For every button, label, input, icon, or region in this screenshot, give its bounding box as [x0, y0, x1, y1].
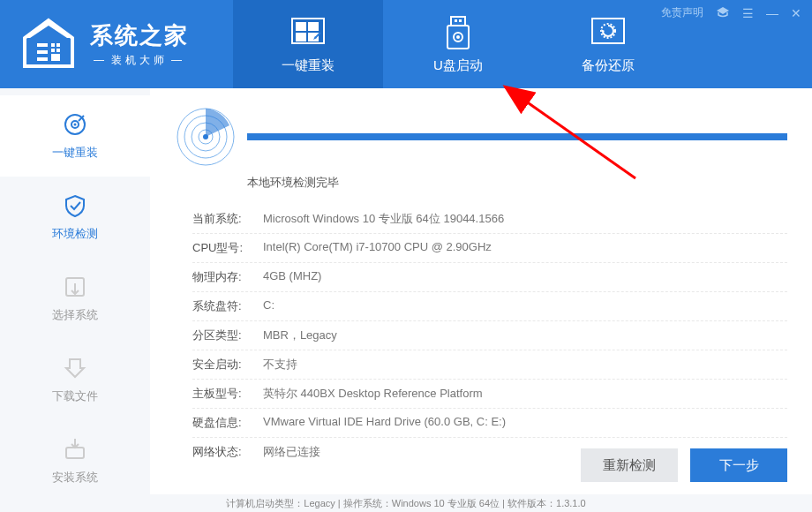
svg-rect-7 — [51, 54, 60, 61]
sidebar: 一键重装 环境检测 选择系统 下载文件 安装系统 — [0, 88, 150, 494]
minimize-icon[interactable]: — — [766, 6, 778, 20]
info-val: Intel(R) Core(TM) i7-10700 CPU @ 2.90GHz — [263, 240, 492, 256]
logo-icon — [18, 13, 79, 75]
info-val: Microsoft Windows 10 专业版 64位 19044.1566 — [263, 211, 504, 227]
info-row: 硬盘信息:VMware Virtual IDE Hard Drive (60.0… — [192, 409, 787, 438]
tab-backup-restore-label: 备份还原 — [582, 57, 635, 74]
svg-rect-15 — [455, 19, 457, 22]
info-row: 分区类型:MBR，Legacy — [192, 321, 787, 350]
svg-point-32 — [203, 134, 208, 139]
next-button[interactable]: 下一步 — [690, 448, 787, 482]
info-key: 硬盘信息: — [192, 415, 263, 431]
logo-subtitle: 装机大师 — [90, 53, 189, 68]
info-row: 当前系统:Microsoft Windows 10 专业版 64位 19044.… — [192, 205, 787, 234]
usb-icon — [440, 15, 476, 50]
tab-reinstall-label: 一键重装 — [282, 57, 335, 74]
sidebar-item-reinstall[interactable]: 一键重装 — [0, 95, 150, 177]
svg-rect-2 — [37, 57, 48, 61]
sidebar-item-select-system[interactable]: 选择系统 — [0, 258, 150, 339]
info-val: 4GB (MHZ) — [263, 269, 321, 285]
info-row: 主板型号:英特尔 440BX Desktop Reference Platfor… — [192, 380, 787, 409]
info-key: 当前系统: — [192, 211, 263, 227]
tab-reinstall[interactable]: 一键重装 — [233, 0, 383, 88]
info-key: 网络状态: — [192, 444, 263, 460]
svg-rect-5 — [51, 49, 55, 52]
header: 系统之家 装机大师 一键重装 U盘启动 备份还原 免责声明 ☰ — [0, 0, 812, 88]
info-key: 物理内存: — [192, 269, 263, 285]
select-icon — [62, 274, 88, 300]
svg-rect-6 — [56, 49, 60, 52]
svg-rect-16 — [459, 19, 462, 22]
info-row: 安全启动:不支持 — [192, 350, 787, 380]
sidebar-item-download-label: 下载文件 — [52, 388, 98, 404]
window-controls: 免责声明 ☰ — ✕ — [661, 5, 801, 20]
disclaimer-link[interactable]: 免责声明 — [661, 5, 703, 20]
progress-status: 本地环境检测完毕 — [247, 175, 787, 191]
windows-icon — [290, 15, 326, 50]
install-icon — [62, 436, 88, 463]
svg-rect-27 — [66, 448, 84, 458]
svg-rect-14 — [451, 17, 465, 26]
info-key: CPU型号: — [192, 240, 263, 256]
svg-rect-4 — [56, 43, 60, 47]
sidebar-item-download[interactable]: 下载文件 — [0, 339, 150, 420]
svg-rect-11 — [296, 33, 306, 41]
download-icon — [62, 355, 88, 381]
sidebar-item-env-check-label: 环境检测 — [52, 226, 98, 242]
logo-area: 系统之家 装机大师 — [18, 13, 189, 75]
svg-rect-20 — [592, 19, 624, 43]
info-row: 系统盘符:C: — [192, 292, 787, 321]
logo-title: 系统之家 — [90, 20, 189, 51]
info-val: MBR，Legacy — [263, 328, 337, 343]
graduation-icon[interactable] — [716, 5, 730, 20]
info-val: 不支持 — [263, 357, 297, 373]
info-table: 当前系统:Microsoft Windows 10 专业版 64位 19044.… — [192, 205, 787, 466]
sidebar-item-install[interactable]: 安装系统 — [0, 420, 150, 501]
radar-icon — [175, 106, 237, 168]
info-key: 系统盘符: — [192, 298, 263, 314]
sidebar-item-env-check[interactable]: 环境检测 — [0, 177, 150, 258]
svg-rect-1 — [37, 50, 48, 54]
svg-rect-10 — [308, 22, 319, 31]
svg-rect-9 — [296, 22, 306, 31]
content: 本地环境检测完毕 当前系统:Microsoft Windows 10 专业版 6… — [150, 88, 812, 494]
progress-bar — [247, 133, 787, 140]
menu-icon[interactable]: ☰ — [742, 6, 754, 20]
sidebar-item-reinstall-label: 一键重装 — [52, 145, 98, 161]
info-key: 主板型号: — [192, 386, 263, 402]
info-key: 安全启动: — [192, 357, 263, 373]
sidebar-item-select-system-label: 选择系统 — [52, 307, 98, 323]
info-row: CPU型号:Intel(R) Core(TM) i7-10700 CPU @ 2… — [192, 234, 787, 263]
info-val: C: — [263, 298, 274, 314]
info-val: 网络已连接 — [263, 444, 320, 460]
sidebar-item-install-label: 安装系统 — [52, 470, 98, 486]
info-key: 分区类型: — [192, 328, 263, 343]
restore-icon — [590, 15, 626, 50]
svg-point-19 — [456, 35, 460, 39]
top-tabs: 一键重装 U盘启动 备份还原 — [233, 0, 683, 88]
target-icon — [62, 111, 88, 138]
tab-usb-boot-label: U盘启动 — [433, 57, 483, 74]
svg-rect-3 — [51, 43, 55, 47]
info-val: VMware Virtual IDE Hard Drive (60.0 GB, … — [263, 415, 506, 431]
tab-usb-boot[interactable]: U盘启动 — [383, 0, 533, 88]
close-icon[interactable]: ✕ — [791, 6, 801, 20]
shield-check-icon — [62, 192, 88, 219]
recheck-button[interactable]: 重新检测 — [581, 448, 678, 482]
info-val: 英特尔 440BX Desktop Reference Platform — [263, 386, 483, 402]
svg-rect-0 — [37, 43, 48, 47]
svg-point-25 — [74, 124, 77, 126]
info-row: 物理内存:4GB (MHZ) — [192, 263, 787, 292]
